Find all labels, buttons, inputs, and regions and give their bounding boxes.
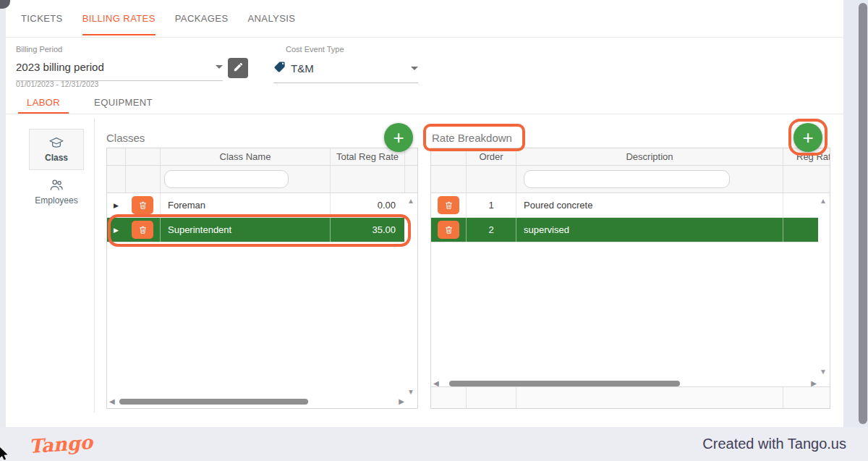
page-scrollbar-thumb[interactable]	[859, 3, 867, 424]
scroll-left-arrow[interactable]: ◀	[109, 398, 115, 405]
expand-row-icon[interactable]: ▶	[107, 218, 125, 242]
tango-credit-link[interactable]: Created with Tango.us	[702, 436, 846, 452]
class-name-value: Superintendent	[160, 218, 330, 242]
add-class-button[interactable]: +	[384, 123, 413, 152]
tab-labor[interactable]: LABOR	[18, 90, 69, 114]
rate-breakdown-table-header: Order Description Reg Rate	[431, 148, 830, 166]
people-icon	[48, 178, 64, 194]
table-row-poured-concrete[interactable]: 1 Poured concrete	[431, 193, 818, 218]
sidebar-divider	[94, 118, 95, 413]
labor-equipment-tab-bar: LABOR EQUIPMENT	[6, 90, 843, 114]
total-reg-rate-value: 0.00	[330, 193, 404, 217]
total-reg-rate-value: 35.00	[330, 218, 404, 242]
rate-breakdown-table: Order Description Reg Rate 1 Poured conc…	[430, 148, 830, 409]
tab-analysis[interactable]: ANALYSIS	[248, 0, 296, 37]
page-scrollbar[interactable]	[843, 0, 868, 427]
description-filter-input[interactable]	[524, 170, 730, 188]
class-name-value: Foreman	[160, 193, 330, 217]
delete-class-button[interactable]	[132, 221, 153, 239]
billing-period-select[interactable]: 2023 billing period	[16, 61, 223, 81]
tab-billing-rates[interactable]: BILLING RATES	[82, 0, 156, 37]
classes-col-spacer	[404, 148, 417, 165]
chevron-down-icon	[216, 65, 223, 69]
billing-period-date-range: 01/01/2023 - 12/31/2023	[16, 80, 98, 88]
classes-col-expand	[107, 148, 125, 165]
scroll-down-arrow[interactable]: ▼	[820, 368, 827, 376]
delete-breakdown-button[interactable]	[438, 196, 459, 214]
cost-event-type-select[interactable]: T&M	[273, 61, 418, 83]
sidebar-item-employees-label: Employees	[35, 195, 77, 206]
delete-breakdown-button[interactable]	[438, 221, 459, 239]
sidebar-item-class[interactable]: Class	[29, 129, 84, 170]
rate-breakdown-panel-title: Rate Breakdown	[432, 132, 512, 144]
scroll-down-arrow[interactable]: ▼	[407, 389, 414, 396]
classes-col-class-name[interactable]: Class Name	[160, 148, 330, 165]
tango-logo: Tango	[28, 431, 93, 457]
scroll-right-arrow[interactable]: ▶	[399, 398, 404, 405]
edit-billing-period-button[interactable]	[228, 58, 248, 78]
scroll-up-arrow[interactable]: ▲	[407, 198, 414, 205]
description-value: Poured concrete	[516, 193, 783, 217]
classes-col-delete	[125, 148, 160, 165]
sidebar-item-class-label: Class	[45, 153, 68, 163]
cost-event-type-label: Cost Event Type	[286, 45, 344, 54]
table-row-supervised[interactable]: 2 supervised	[431, 218, 818, 242]
description-value: supervised	[516, 218, 783, 242]
classes-horizontal-scrollbar[interactable]: ◀ ▶	[109, 397, 404, 406]
table-row-foreman[interactable]: ▶ Foreman 0.00	[107, 193, 404, 218]
rb-col-delete	[431, 148, 466, 165]
classes-table-header: Class Name Total Reg Rate	[107, 148, 417, 166]
reg-rate-value	[783, 218, 818, 242]
expand-row-icon[interactable]: ▶	[107, 193, 125, 217]
tango-footer: Tango Created with Tango.us	[0, 427, 868, 461]
sidebar-item-employees[interactable]: Employees	[29, 178, 84, 206]
order-value: 2	[466, 218, 516, 242]
cost-event-type-value: T&M	[291, 62, 314, 75]
rb-summary-row	[431, 386, 830, 408]
tab-packages[interactable]: PACKAGES	[175, 0, 229, 37]
reg-rate-value	[783, 193, 818, 217]
scrollbar-thumb[interactable]	[119, 399, 309, 405]
app-window: TICKETS BILLING RATES PACKAGES ANALYSIS …	[6, 0, 843, 427]
billing-period-label: Billing Period	[16, 45, 62, 54]
table-row-superintendent[interactable]: ▶ Superintendent 35.00	[107, 218, 404, 242]
rb-col-order[interactable]: Order	[466, 148, 516, 165]
add-rate-breakdown-button[interactable]: +	[793, 123, 822, 152]
tab-equipment[interactable]: EQUIPMENT	[85, 90, 161, 114]
scroll-up-arrow[interactable]: ▲	[820, 198, 827, 205]
rb-col-description[interactable]: Description	[516, 148, 783, 165]
pencil-icon	[233, 62, 244, 75]
classes-filter-row	[107, 166, 417, 193]
billing-period-value: 2023 billing period	[16, 61, 104, 73]
scrollbar-thumb[interactable]	[449, 381, 680, 386]
chevron-down-icon	[411, 67, 418, 70]
class-name-filter-input[interactable]	[164, 170, 289, 188]
order-value: 1	[466, 193, 516, 217]
rb-filter-row	[431, 166, 830, 193]
delete-class-button[interactable]	[132, 196, 153, 214]
classes-panel-title: Classes	[106, 132, 145, 144]
classes-table: Class Name Total Reg Rate ▶ Foreman 0.00…	[106, 148, 418, 409]
tag-icon	[273, 61, 286, 75]
graduation-cap-icon	[48, 136, 64, 151]
tab-tickets[interactable]: TICKETS	[21, 0, 63, 37]
mouse-cursor	[0, 447, 10, 461]
main-tab-bar: TICKETS BILLING RATES PACKAGES ANALYSIS	[6, 0, 843, 38]
